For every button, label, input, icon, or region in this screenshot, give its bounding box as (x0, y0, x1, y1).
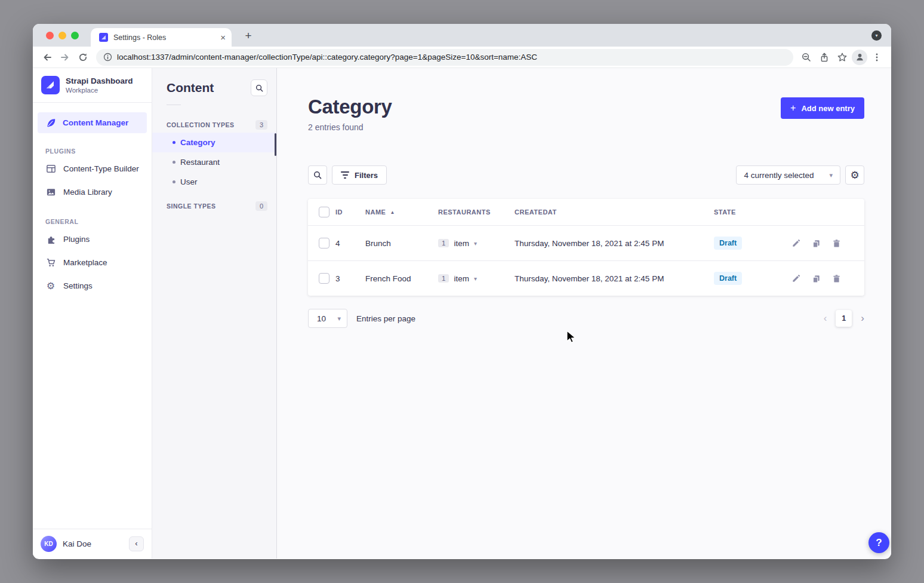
strapi-logo (41, 76, 60, 94)
add-new-entry-button[interactable]: + Add new entry (781, 97, 864, 119)
divider (167, 105, 181, 105)
table-search-button[interactable] (308, 165, 327, 185)
sidebar-nav: Content Manager PLUGINS Content-Type Bui… (33, 103, 152, 529)
page-title: Category (308, 96, 392, 118)
new-tab-button[interactable]: + (241, 29, 255, 43)
columns-select[interactable]: 4 currently selected ▾ (736, 165, 840, 185)
browser-window: Settings - Roles × + ▾ localhost:1337/ad… (33, 24, 891, 559)
subnav-item-restaurant[interactable]: Restaurant (152, 152, 276, 172)
sidebar-item-label: Marketplace (63, 258, 107, 267)
duplicate-icon[interactable] (811, 238, 821, 248)
bullet-dot (173, 180, 175, 183)
table-row[interactable]: 3 French Food 1 item ▾ Thursday, Novembe… (308, 260, 864, 296)
sidebar-item-label: Content-Type Builder (63, 164, 139, 173)
column-header-name[interactable]: NAME ▲ (365, 208, 438, 216)
site-info-icon[interactable] (103, 53, 112, 62)
page-size-select[interactable]: 10 ▾ (308, 309, 347, 328)
bookmark-star-icon[interactable] (834, 49, 851, 66)
cell-restaurants[interactable]: 1 item ▾ (438, 239, 515, 248)
gear-icon: ⚙ (850, 170, 859, 180)
subnav-search-button[interactable] (251, 79, 267, 96)
plus-icon: + (790, 103, 796, 113)
forward-icon[interactable] (57, 49, 73, 66)
edit-icon[interactable] (791, 274, 801, 284)
cell-createdat: Thursday, November 18, 2021 at 2:45 PM (515, 274, 714, 283)
column-header-restaurants[interactable]: RESTAURANTS (438, 208, 515, 216)
close-window-button[interactable] (46, 32, 54, 39)
edit-icon[interactable] (791, 238, 801, 248)
entries-per-page-label: Entries per page (356, 314, 415, 323)
chevron-down-icon: ▾ (474, 275, 477, 282)
sidebar-item-plugins[interactable]: Plugins (33, 228, 152, 251)
row-checkbox[interactable] (319, 238, 329, 248)
feather-icon (45, 118, 56, 128)
column-header-createdat[interactable]: CREATEDAT (515, 208, 714, 216)
duplicate-icon[interactable] (811, 274, 821, 284)
view-settings-button[interactable]: ⚙ (845, 165, 864, 185)
collection-types-label: COLLECTION TYPES (167, 121, 235, 128)
back-icon[interactable] (39, 49, 56, 66)
single-types-label: SINGLE TYPES (167, 202, 215, 210)
sidebar-item-media-library[interactable]: Media Library (33, 180, 152, 204)
subnav-scrollbar[interactable] (275, 133, 276, 156)
relation-label: item (454, 274, 469, 283)
layout-icon (45, 164, 56, 174)
entries-found-text: 2 entries found (308, 122, 392, 132)
cell-id: 4 (335, 239, 365, 248)
plugins-section-label: PLUGINS (45, 148, 152, 155)
zoom-out-page-icon[interactable] (798, 49, 815, 66)
minimize-window-button[interactable] (58, 32, 66, 39)
browser-menu-icon[interactable] (868, 49, 885, 66)
cell-name: French Food (365, 274, 438, 283)
sidebar-item-content-type-builder[interactable]: Content-Type Builder (33, 157, 152, 180)
cell-restaurants[interactable]: 1 item ▾ (438, 274, 515, 283)
state-badge: Draft (714, 272, 742, 285)
column-header-state[interactable]: STATE (714, 208, 774, 216)
select-all-checkbox[interactable] (319, 207, 329, 217)
help-button[interactable]: ? (868, 532, 889, 553)
subnav-item-label: Category (180, 138, 215, 147)
cell-id: 3 (335, 274, 365, 283)
reload-icon[interactable] (75, 49, 91, 66)
url-bar[interactable]: localhost:1337/admin/content-manager/col… (96, 49, 793, 66)
collapse-sidebar-button[interactable]: ‹ (129, 536, 144, 551)
delete-icon[interactable] (831, 238, 842, 248)
tab-close-icon[interactable]: × (220, 33, 226, 42)
row-checkbox[interactable] (319, 273, 329, 284)
subnav-item-label: Restaurant (180, 158, 220, 167)
browser-tab[interactable]: Settings - Roles × (91, 28, 232, 47)
chevron-down-icon: ▾ (829, 171, 833, 179)
search-icon (255, 84, 263, 92)
sidebar-item-marketplace[interactable]: Marketplace (33, 251, 152, 274)
general-section-label: GENERAL (45, 218, 152, 225)
subnav-item-category[interactable]: Category (152, 133, 276, 152)
add-new-entry-label: Add new entry (801, 104, 855, 113)
sidebar-item-content-manager[interactable]: Content Manager (38, 112, 147, 133)
relation-count-badge: 1 (438, 239, 449, 247)
cell-name: Brunch (365, 239, 438, 248)
subnav-item-user[interactable]: User (152, 172, 276, 192)
fullscreen-window-button[interactable] (71, 32, 79, 39)
cell-createdat: Thursday, November 18, 2021 at 2:45 PM (515, 239, 714, 248)
relation-count-badge: 1 (438, 274, 449, 283)
gear-icon: ⚙ (45, 281, 56, 292)
user-avatar[interactable]: KD (41, 536, 57, 552)
workspace-brand[interactable]: Strapi Dashboard Workplace (33, 68, 152, 103)
next-page-icon[interactable]: › (861, 313, 864, 324)
table-row[interactable]: 4 Brunch 1 item ▾ Thursday, November 18,… (308, 225, 864, 260)
url-text[interactable]: localhost:1337/admin/content-manager/col… (117, 53, 537, 62)
delete-icon[interactable] (831, 274, 842, 284)
main-content: Category 2 entries found + Add new entry… (277, 68, 891, 559)
sort-ascending-icon: ▲ (390, 210, 395, 215)
bullet-dot (173, 161, 175, 164)
browser-profile-avatar[interactable] (852, 50, 867, 65)
sidebar-item-label: Content Manager (63, 118, 128, 127)
page-number[interactable]: 1 (836, 310, 852, 327)
filters-button[interactable]: Filters (332, 165, 387, 185)
column-header-id[interactable]: ID (335, 208, 365, 216)
tab-search-icon[interactable]: ▾ (871, 30, 882, 41)
previous-page-icon[interactable]: ‹ (824, 313, 827, 324)
share-icon[interactable] (816, 49, 833, 66)
sidebar-item-settings[interactable]: ⚙ Settings (33, 274, 152, 297)
image-icon (45, 187, 56, 198)
